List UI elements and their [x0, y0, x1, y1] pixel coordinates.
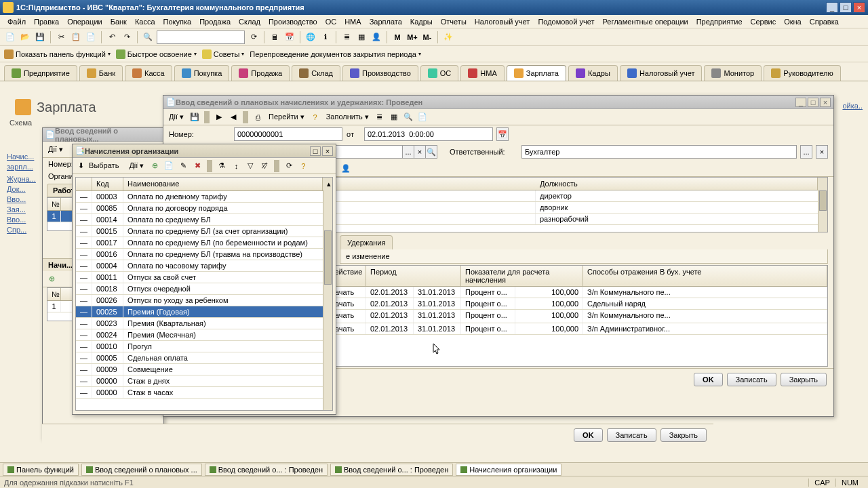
tab-кадры[interactable]: Кадры [568, 65, 618, 81]
menu-нма[interactable]: НМА [341, 16, 364, 27]
menu-производство[interactable]: Производство [265, 16, 321, 27]
catalog-funnel-icon[interactable]: ▽ [244, 160, 256, 172]
parent-ok-button[interactable]: OK [574, 428, 603, 442]
calendar-icon[interactable]: 📅 [283, 31, 296, 43]
form-icon[interactable]: ▦ [355, 31, 368, 43]
catalog-row[interactable]: —00085Оплата по договору подряда [76, 203, 332, 214]
menu-банк[interactable]: Банк [107, 16, 130, 27]
doc-preview-icon[interactable]: 🔍 [402, 111, 414, 123]
taskbar-item[interactable]: Ввод сведений о... : Проведен [330, 464, 453, 476]
catalog-row[interactable]: —00005Сдельная оплата [76, 352, 332, 364]
menu-сервис[interactable]: Сервис [747, 16, 780, 27]
left-link[interactable]: зарпл... [7, 163, 47, 171]
ot-input[interactable] [364, 127, 493, 141]
user-icon[interactable]: 👤 [370, 31, 382, 43]
catalog-row[interactable]: —00018Отпуск очередной [76, 283, 332, 295]
tab-ос[interactable]: ОС [420, 65, 459, 81]
catalog-edit-icon[interactable]: ✎ [177, 160, 189, 172]
menu-продажа[interactable]: Продажа [196, 16, 234, 27]
doc-ok-button[interactable]: OK [694, 373, 723, 386]
catalog-copy-icon[interactable]: 📄 [163, 160, 175, 172]
deductions-tab[interactable]: Удержания [340, 235, 393, 249]
tab-нма[interactable]: НМА [460, 65, 504, 81]
left-link[interactable]: Спр... [7, 226, 47, 234]
doc-close-button[interactable]: × [820, 98, 831, 107]
sec-Быстрое ос[interactable]: Быстрое освоение ▾ [116, 49, 197, 59]
catalog-row[interactable]: —00017Оплата по среднему БЛ (по беременн… [76, 237, 332, 249]
org-select-btn[interactable]: ... [402, 145, 414, 159]
catalog-add-icon[interactable]: ⊕ [149, 160, 161, 172]
catalog-row[interactable]: —00003Оплата по дневному тарифу [76, 191, 332, 203]
tab-предприятие[interactable]: Предприятие [4, 65, 77, 81]
calc-icon[interactable]: 🖩 [269, 31, 281, 43]
catalog-row[interactable]: —00016Оплата по среднему БЛ (травма на п… [76, 249, 332, 260]
doc-post-icon[interactable]: ▶ [213, 111, 225, 123]
menu-регламентные операции[interactable]: Регламентные операции [599, 16, 691, 27]
back-add-icon[interactable]: ⊕ [45, 273, 58, 285]
open-icon[interactable]: 📂 [19, 31, 31, 43]
tab-банк[interactable]: Банк [79, 65, 123, 81]
copy-icon[interactable]: 📋 [70, 31, 82, 43]
doc-close-button2[interactable]: Закрыть [781, 373, 827, 386]
paste-icon[interactable]: 📄 [85, 31, 97, 43]
doc-save-icon[interactable]: 💾 [189, 111, 201, 123]
menu-склад[interactable]: Склад [235, 16, 264, 27]
menu-касса[interactable]: Касса [132, 16, 159, 27]
doc-help-icon[interactable]: ? [309, 111, 321, 123]
mem-m[interactable]: M [391, 31, 403, 43]
mem-mminus[interactable]: M- [421, 31, 433, 43]
catalog-row[interactable]: —00023Премия (Квартальная) [76, 318, 332, 329]
tab-продажа[interactable]: Продажа [231, 65, 290, 81]
catalog-row[interactable]: —00025Премия (Годовая) [76, 306, 332, 318]
info-icon[interactable]: ℹ [319, 31, 332, 43]
menu-покупка[interactable]: Покупка [160, 16, 195, 27]
catalog-row[interactable]: —00011Отпуск за свой счет [76, 272, 332, 283]
undo-icon[interactable]: ↶ [106, 31, 118, 43]
menu-правка[interactable]: Правка [31, 16, 62, 27]
org-open-btn[interactable]: 🔍 [425, 145, 437, 159]
menu-отчеты[interactable]: Отчеты [437, 16, 470, 27]
tab-налоговый учет[interactable]: Налоговый учет [620, 65, 703, 81]
left-link[interactable]: Зая... [7, 205, 47, 214]
search-icon[interactable]: 🔍 [142, 31, 154, 43]
nomer-input[interactable] [234, 127, 342, 141]
doc-fill[interactable]: Заполнить ▾ [323, 111, 372, 123]
org-clear-btn[interactable]: × [414, 145, 426, 159]
tab-касса[interactable]: Касса [125, 65, 172, 81]
doc-unpost-icon[interactable]: ◀ [227, 111, 239, 123]
refresh-icon[interactable]: ⟳ [248, 31, 260, 43]
save-icon[interactable]: 💾 [34, 31, 46, 43]
catalog-row[interactable]: —00000Стаж в часах [76, 387, 332, 399]
menu-налоговый учет[interactable]: Налоговый учет [471, 16, 534, 27]
left-link[interactable]: Вво... [7, 216, 47, 224]
left-link[interactable]: Вво... [7, 195, 47, 203]
catalog-filter-icon[interactable]: ⚗ [216, 160, 228, 172]
cut-icon[interactable]: ✂ [55, 31, 67, 43]
catalog-row[interactable]: —00009Совмещение [76, 364, 332, 375]
doc-min-button[interactable]: _ [795, 98, 806, 107]
sec-Советы[interactable]: Советы ▾ [202, 49, 244, 59]
menu-предприятие[interactable]: Предприятие [693, 16, 746, 27]
catalog-row[interactable]: —00015Оплата по среднему БЛ (за счет орг… [76, 226, 332, 237]
resp-input[interactable] [521, 145, 797, 159]
menu-подомовой учет[interactable]: Подомовой учет [534, 16, 597, 27]
doc-save-button[interactable]: Записать [727, 373, 776, 386]
minimize-button[interactable]: _ [826, 2, 838, 13]
catalog-row[interactable]: —00010Прогул [76, 341, 332, 352]
close-button[interactable]: × [853, 2, 865, 13]
resp-clear-btn[interactable]: × [816, 145, 828, 159]
tab-производство[interactable]: Производство [342, 65, 418, 81]
mem-mplus[interactable]: M+ [406, 31, 418, 43]
doc-actions[interactable]: Дії ▾ [166, 111, 186, 123]
tab-зарплата[interactable]: Зарплата [507, 65, 566, 81]
taskbar-item[interactable]: Начисления организации [456, 464, 561, 476]
catalog-actions[interactable]: Дії ▾ [126, 160, 146, 171]
taskbar-item[interactable]: Ввод сведений о... : Проведен [205, 464, 328, 476]
menu-файл[interactable]: Файл [4, 16, 29, 27]
sec-Показать п[interactable]: Показать панель функций ▾ [4, 49, 111, 59]
doc-print-icon[interactable]: 📄 [416, 111, 429, 123]
doc-goto[interactable]: Перейти ▾ [266, 111, 307, 123]
calendar-icon[interactable]: 📅 [496, 127, 509, 141]
parent-save-button[interactable]: Записать [607, 428, 656, 442]
menu-окна[interactable]: Окна [781, 16, 805, 27]
